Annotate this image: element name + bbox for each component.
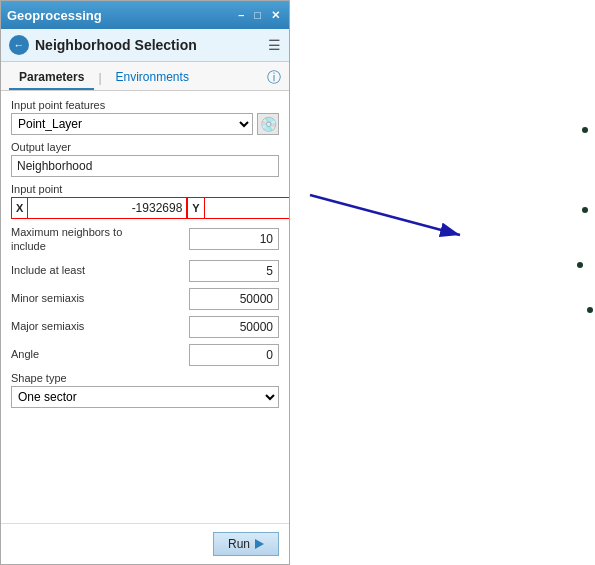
menu-icon[interactable]: ☰ [268, 37, 281, 53]
minor-semiaxis-field: Minor semiaxis 50000 [11, 288, 279, 310]
xy-row: X -1932698 Y -181959 [11, 197, 279, 219]
run-button[interactable]: Run [213, 532, 279, 556]
shape-type-select[interactable]: One sector [11, 386, 279, 408]
panel-body: Input point features Point_Layer 💿 Outpu… [1, 91, 289, 523]
map-dot [582, 207, 588, 213]
restore-button[interactable]: □ [251, 9, 264, 21]
back-button[interactable]: ← [9, 35, 29, 55]
geoprocessing-panel: Geoprocessing – □ ✕ ← Neighborhood Selec… [0, 0, 290, 565]
minimize-button[interactable]: – [235, 9, 247, 21]
minor-semiaxis-label: Minor semiaxis [11, 291, 84, 305]
map-dot [582, 127, 588, 133]
input-point-features-row: Point_Layer 💿 [11, 113, 279, 135]
help-icon[interactable]: ⓘ [267, 69, 281, 87]
output-layer-input[interactable]: Neighborhood [11, 155, 279, 177]
minor-semiaxis-input[interactable]: 50000 [189, 288, 279, 310]
include-at-least-field: Include at least 5 [11, 260, 279, 282]
y-input[interactable]: -181959 [204, 197, 289, 219]
x-input[interactable]: -1932698 [27, 197, 187, 219]
tab-parameters[interactable]: Parameters [9, 66, 94, 90]
selection-arrow [290, 0, 595, 565]
close-button[interactable]: ✕ [268, 9, 283, 22]
panel-header: ← Neighborhood Selection ☰ [1, 29, 289, 62]
max-neighbors-input[interactable]: 10 [189, 228, 279, 250]
tab-separator: | [98, 71, 101, 85]
angle-label: Angle [11, 347, 39, 361]
app-title: Geoprocessing [7, 8, 102, 23]
svg-line-1 [310, 195, 460, 235]
titlebar-left: Geoprocessing [7, 8, 102, 23]
x-label: X [11, 197, 27, 219]
run-arrow-icon [255, 539, 264, 549]
panel-footer: Run [1, 523, 289, 564]
max-neighbors-label: Maximum neighbors to include [11, 225, 141, 254]
input-point-features-select[interactable]: Point_Layer [11, 113, 253, 135]
shape-type-field: Shape type One sector [11, 372, 279, 408]
include-at-least-input[interactable]: 5 [189, 260, 279, 282]
angle-input[interactable]: 0 [189, 344, 279, 366]
panel-header-left: ← Neighborhood Selection [9, 35, 197, 55]
add-layer-button[interactable]: 💿 [257, 113, 279, 135]
shape-type-label: Shape type [11, 372, 279, 384]
run-label: Run [228, 537, 250, 551]
map-dot [577, 262, 583, 268]
major-semiaxis-field: Major semiaxis 50000 [11, 316, 279, 338]
tab-environments[interactable]: Environments [106, 66, 199, 90]
input-point-features-field: Input point features Point_Layer 💿 [11, 99, 279, 135]
angle-field: Angle 0 [11, 344, 279, 366]
input-point-features-label: Input point features [11, 99, 279, 111]
titlebar: Geoprocessing – □ ✕ [1, 1, 289, 29]
major-semiaxis-input[interactable]: 50000 [189, 316, 279, 338]
titlebar-controls: – □ ✕ [235, 9, 283, 22]
y-label: Y [187, 197, 203, 219]
input-point-field: Input point X -1932698 Y -181959 [11, 183, 279, 219]
section-title: Neighborhood Selection [35, 37, 197, 53]
input-select-wrapper: Point_Layer [11, 113, 253, 135]
panel-tabs: Parameters | Environments ⓘ [1, 62, 289, 91]
include-at-least-label: Include at least [11, 263, 85, 277]
major-semiaxis-label: Major semiaxis [11, 319, 84, 333]
output-layer-field: Output layer Neighborhood [11, 141, 279, 177]
input-point-label: Input point [11, 183, 279, 195]
map-dot [587, 307, 593, 313]
max-neighbors-field: Maximum neighbors to include 10 [11, 225, 279, 254]
output-layer-label: Output layer [11, 141, 279, 153]
map-area [290, 0, 595, 565]
